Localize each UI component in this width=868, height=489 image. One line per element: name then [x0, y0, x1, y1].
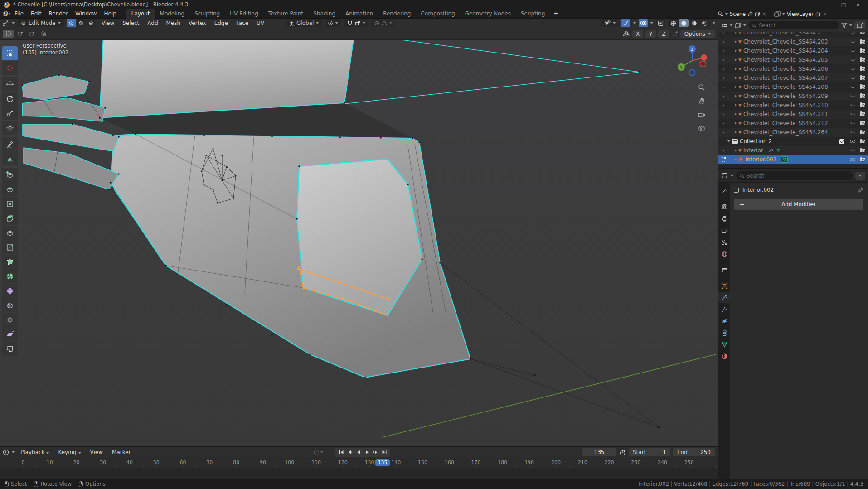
chevron-down-icon[interactable]: [730, 24, 732, 26]
tool-transform[interactable]: [2, 121, 18, 135]
outliner-search[interactable]: [748, 21, 839, 29]
tab-scripting[interactable]: Scripting: [516, 9, 550, 19]
pivot-point-selector[interactable]: [325, 19, 341, 27]
camera-visibility-icon[interactable]: [860, 76, 865, 80]
expand-chevron-icon[interactable]: [735, 40, 737, 43]
select-mode-subtract-icon[interactable]: [26, 30, 37, 38]
xray-toggle[interactable]: [656, 19, 665, 27]
chevron-down-icon[interactable]: [12, 451, 15, 453]
tab-tool[interactable]: [718, 185, 730, 196]
copy-icon[interactable]: [755, 11, 760, 17]
gizmos-toggle[interactable]: [621, 19, 630, 27]
menu-add[interactable]: Add: [145, 19, 160, 27]
select-mode-extend-icon[interactable]: [15, 30, 25, 38]
outliner-row[interactable]: ▼ Chevrolet_Chevelle_SS454.204: [718, 46, 868, 55]
tab-output[interactable]: [718, 213, 730, 224]
playhead-label[interactable]: 135: [375, 459, 390, 466]
vertex-select-button[interactable]: [67, 19, 76, 27]
expand-chevron-icon[interactable]: [735, 122, 737, 125]
jump-to-end-button[interactable]: [380, 449, 388, 456]
eye-open-icon[interactable]: [850, 158, 855, 161]
tool-rip-region[interactable]: [2, 342, 18, 356]
collection-checkbox[interactable]: [839, 139, 844, 144]
eye-closed-icon[interactable]: [850, 67, 855, 70]
timeline-track[interactable]: [0, 468, 718, 479]
magnet-icon[interactable]: [347, 20, 353, 26]
object-name[interactable]: Chevrolet_Chevelle_SS454.209: [743, 93, 828, 99]
tool-rotate[interactable]: [2, 92, 18, 106]
object-name[interactable]: Chevrolet_Chevelle_SS454.2: [743, 32, 821, 36]
tool-select-box[interactable]: [2, 46, 18, 60]
next-keyframe-button[interactable]: [372, 449, 379, 456]
transform-orientation-selector[interactable]: Global: [286, 19, 322, 27]
editor-type-icon[interactable]: [2, 20, 9, 26]
outliner-row[interactable]: ▼ Chevrolet_Chevelle_SS454.211: [718, 110, 868, 119]
tab-particles[interactable]: [718, 304, 730, 315]
outliner-row[interactable]: ▼ Chevrolet_Chevelle_SS454.264: [718, 128, 868, 137]
mode-selector[interactable]: Edit Mode: [17, 19, 64, 27]
expand-chevron-icon[interactable]: [735, 149, 737, 152]
menu-keying[interactable]: Keying: [55, 449, 84, 456]
pin-icon[interactable]: [747, 11, 753, 17]
mirror-y-button[interactable]: Y: [645, 30, 656, 38]
tab-sculpting[interactable]: Sculpting: [189, 9, 225, 19]
eye-closed-icon[interactable]: [850, 130, 855, 133]
eye-closed-icon[interactable]: [850, 39, 855, 43]
snap-controls[interactable]: [344, 19, 369, 27]
scene-name[interactable]: Scene: [730, 11, 746, 17]
breadcrumb-object-name[interactable]: Interior.002: [742, 187, 774, 193]
expand-chevron-icon[interactable]: [735, 32, 737, 34]
show-object-types[interactable]: [601, 19, 619, 27]
object-name[interactable]: Chevrolet_Chevelle_SS454.207: [743, 75, 828, 81]
gizmo-x-axis[interactable]: [701, 54, 707, 61]
toggle-ortho-icon[interactable]: [696, 122, 708, 134]
gizmos-dropdown[interactable]: [633, 22, 636, 24]
tab-uv-editing[interactable]: UV Editing: [225, 9, 263, 19]
tab-scene[interactable]: [718, 237, 730, 247]
menu-edge[interactable]: Edge: [212, 19, 231, 27]
overlays-dropdown[interactable]: [650, 22, 653, 24]
tool-inset-faces[interactable]: [2, 197, 18, 211]
copy-icon[interactable]: [815, 11, 821, 17]
camera-visibility-icon[interactable]: [860, 103, 865, 107]
tool-edge-slide[interactable]: [2, 298, 18, 312]
expand-chevron-icon[interactable]: [735, 158, 737, 161]
pin-icon[interactable]: [858, 187, 863, 193]
menu-mesh[interactable]: Mesh: [164, 19, 184, 27]
eye-closed-icon[interactable]: [850, 58, 855, 61]
select-mode-intersect-icon[interactable]: [38, 30, 49, 38]
expand-chevron-icon[interactable]: [735, 77, 737, 79]
eye-closed-icon[interactable]: [850, 112, 855, 115]
camera-visibility-icon[interactable]: [860, 32, 865, 34]
outliner-row-collection[interactable]: Collection 2: [718, 137, 868, 146]
outliner-row[interactable]: ▼ Chevrolet_Chevelle_SS454.205: [718, 55, 868, 64]
eye-closed-icon[interactable]: [850, 148, 855, 151]
blender-menu-icon[interactable]: [3, 11, 8, 16]
tool-shrink-fatten[interactable]: [2, 313, 18, 327]
outliner-row[interactable]: ▼ Chevrolet_Chevelle_SS454.208: [718, 82, 868, 92]
camera-visibility-icon[interactable]: [860, 158, 865, 161]
zoom-view-icon[interactable]: [696, 82, 708, 93]
tool-smooth[interactable]: [2, 284, 18, 298]
tool-shear[interactable]: [2, 327, 18, 341]
gizmo-neg-x-axis[interactable]: [700, 61, 706, 67]
start-frame-field[interactable]: Start1: [629, 448, 670, 456]
tool-poly-build[interactable]: [2, 255, 18, 269]
tab-texture-paint[interactable]: Texture Paint: [263, 9, 308, 19]
remove-view-layer-icon[interactable]: ×: [823, 11, 827, 17]
object-name[interactable]: Chevrolet_Chevelle_SS454.203: [743, 39, 828, 45]
tab-modifiers[interactable]: [718, 292, 730, 303]
play-reverse-button[interactable]: [354, 449, 362, 456]
expand-chevron-icon[interactable]: [735, 131, 737, 134]
menu-playback[interactable]: Playback: [17, 449, 52, 456]
tab-layout[interactable]: Layout: [126, 9, 155, 19]
menu-face[interactable]: Face: [233, 19, 251, 27]
tab-shading[interactable]: Shading: [308, 9, 340, 19]
tool-loop-cut[interactable]: [2, 226, 18, 240]
menu-view[interactable]: View: [87, 449, 106, 456]
object-name[interactable]: Chevrolet_Chevelle_SS454.264: [743, 129, 828, 136]
play-button[interactable]: [363, 449, 371, 456]
eye-closed-icon[interactable]: [850, 32, 855, 34]
maximize-button[interactable]: □: [837, 2, 850, 8]
tool-add-cube[interactable]: [2, 168, 18, 182]
